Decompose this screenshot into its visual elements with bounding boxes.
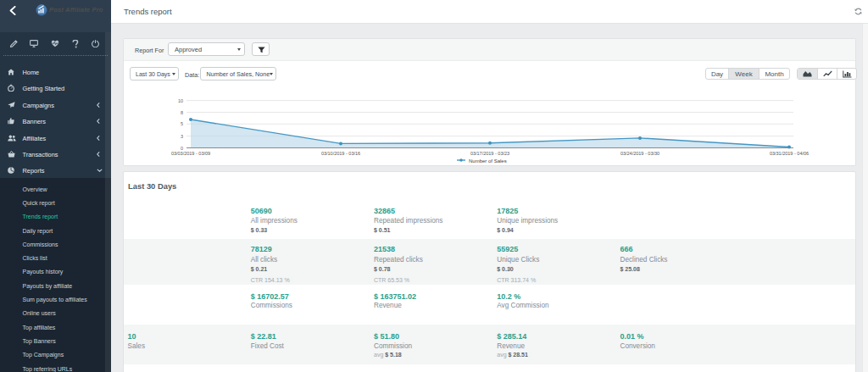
svg-text:3: 3	[181, 134, 183, 139]
svg-text:03/03/2019 - 03/09: 03/03/2019 - 03/09	[171, 151, 210, 156]
svg-text:Number of Sales: Number of Sales	[469, 158, 507, 164]
svg-text:03/31/2019 - 04/06: 03/31/2019 - 04/06	[770, 151, 809, 156]
svg-text:10: 10	[178, 98, 183, 103]
svg-text:03/24/2019 - 03/30: 03/24/2019 - 03/30	[620, 151, 659, 156]
svg-text:8: 8	[181, 110, 183, 115]
svg-text:03/10/2019 - 03/16: 03/10/2019 - 03/16	[321, 151, 360, 156]
svg-text:5: 5	[181, 121, 183, 126]
svg-text:03/17/2019 - 03/23: 03/17/2019 - 03/23	[470, 151, 509, 156]
